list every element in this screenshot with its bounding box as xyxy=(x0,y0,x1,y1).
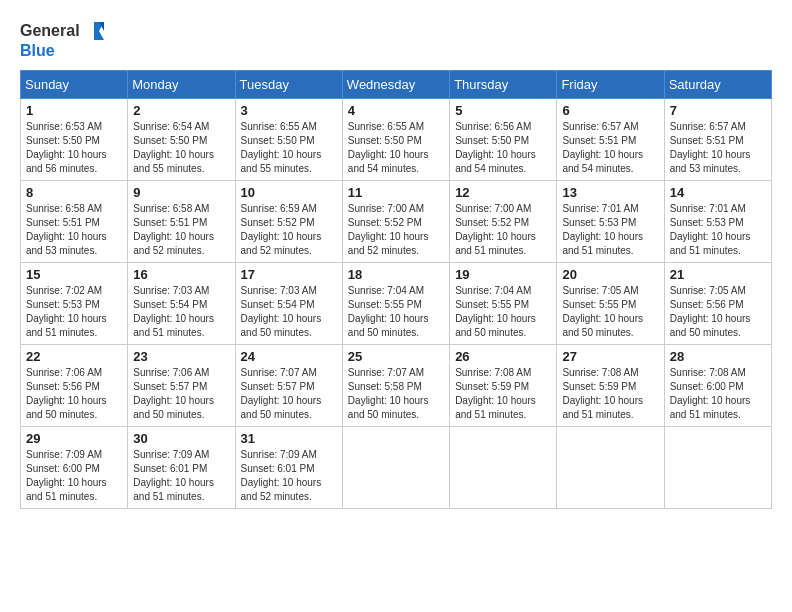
calendar-day-cell: 24Sunrise: 7:07 AMSunset: 5:57 PMDayligh… xyxy=(235,344,342,426)
day-info: Sunrise: 6:56 AMSunset: 5:50 PMDaylight:… xyxy=(455,120,551,176)
calendar-day-cell: 9Sunrise: 6:58 AMSunset: 5:51 PMDaylight… xyxy=(128,180,235,262)
day-info: Sunrise: 7:09 AMSunset: 6:01 PMDaylight:… xyxy=(133,448,229,504)
calendar-day-cell: 29Sunrise: 7:09 AMSunset: 6:00 PMDayligh… xyxy=(21,426,128,508)
day-number: 19 xyxy=(455,267,551,282)
calendar-day-cell: 5Sunrise: 6:56 AMSunset: 5:50 PMDaylight… xyxy=(450,98,557,180)
day-number: 2 xyxy=(133,103,229,118)
day-number: 10 xyxy=(241,185,337,200)
calendar-day-cell xyxy=(342,426,449,508)
calendar-day-cell xyxy=(450,426,557,508)
day-info: Sunrise: 7:03 AMSunset: 5:54 PMDaylight:… xyxy=(133,284,229,340)
calendar-day-cell: 25Sunrise: 7:07 AMSunset: 5:58 PMDayligh… xyxy=(342,344,449,426)
calendar-day-cell: 7Sunrise: 6:57 AMSunset: 5:51 PMDaylight… xyxy=(664,98,771,180)
day-number: 31 xyxy=(241,431,337,446)
day-info: Sunrise: 6:57 AMSunset: 5:51 PMDaylight:… xyxy=(670,120,766,176)
calendar-day-cell: 18Sunrise: 7:04 AMSunset: 5:55 PMDayligh… xyxy=(342,262,449,344)
calendar-day-cell: 31Sunrise: 7:09 AMSunset: 6:01 PMDayligh… xyxy=(235,426,342,508)
calendar-day-cell: 22Sunrise: 7:06 AMSunset: 5:56 PMDayligh… xyxy=(21,344,128,426)
calendar-table: SundayMondayTuesdayWednesdayThursdayFrid… xyxy=(20,70,772,509)
calendar-day-cell: 15Sunrise: 7:02 AMSunset: 5:53 PMDayligh… xyxy=(21,262,128,344)
day-number: 21 xyxy=(670,267,766,282)
calendar-day-cell: 17Sunrise: 7:03 AMSunset: 5:54 PMDayligh… xyxy=(235,262,342,344)
day-info: Sunrise: 7:08 AMSunset: 6:00 PMDaylight:… xyxy=(670,366,766,422)
page-container: General Blue SundayMondayTuesdayWednesda… xyxy=(20,20,772,509)
day-number: 15 xyxy=(26,267,122,282)
calendar-day-cell: 23Sunrise: 7:06 AMSunset: 5:57 PMDayligh… xyxy=(128,344,235,426)
day-number: 4 xyxy=(348,103,444,118)
calendar-day-cell: 4Sunrise: 6:55 AMSunset: 5:50 PMDaylight… xyxy=(342,98,449,180)
day-info: Sunrise: 7:01 AMSunset: 5:53 PMDaylight:… xyxy=(562,202,658,258)
day-info: Sunrise: 7:04 AMSunset: 5:55 PMDaylight:… xyxy=(348,284,444,340)
calendar-day-cell: 13Sunrise: 7:01 AMSunset: 5:53 PMDayligh… xyxy=(557,180,664,262)
calendar-header-tuesday: Tuesday xyxy=(235,70,342,98)
day-number: 3 xyxy=(241,103,337,118)
logo: General Blue xyxy=(20,20,104,60)
day-number: 28 xyxy=(670,349,766,364)
calendar-day-cell: 12Sunrise: 7:00 AMSunset: 5:52 PMDayligh… xyxy=(450,180,557,262)
day-info: Sunrise: 7:09 AMSunset: 6:00 PMDaylight:… xyxy=(26,448,122,504)
day-info: Sunrise: 7:01 AMSunset: 5:53 PMDaylight:… xyxy=(670,202,766,258)
calendar-week-row: 22Sunrise: 7:06 AMSunset: 5:56 PMDayligh… xyxy=(21,344,772,426)
day-info: Sunrise: 7:07 AMSunset: 5:58 PMDaylight:… xyxy=(348,366,444,422)
calendar-week-row: 1Sunrise: 6:53 AMSunset: 5:50 PMDaylight… xyxy=(21,98,772,180)
calendar-day-cell: 16Sunrise: 7:03 AMSunset: 5:54 PMDayligh… xyxy=(128,262,235,344)
calendar-day-cell xyxy=(664,426,771,508)
day-number: 26 xyxy=(455,349,551,364)
day-info: Sunrise: 7:08 AMSunset: 5:59 PMDaylight:… xyxy=(455,366,551,422)
day-number: 25 xyxy=(348,349,444,364)
calendar-day-cell: 20Sunrise: 7:05 AMSunset: 5:55 PMDayligh… xyxy=(557,262,664,344)
day-number: 7 xyxy=(670,103,766,118)
calendar-day-cell: 30Sunrise: 7:09 AMSunset: 6:01 PMDayligh… xyxy=(128,426,235,508)
day-info: Sunrise: 6:58 AMSunset: 5:51 PMDaylight:… xyxy=(133,202,229,258)
day-info: Sunrise: 7:08 AMSunset: 5:59 PMDaylight:… xyxy=(562,366,658,422)
day-info: Sunrise: 7:06 AMSunset: 5:57 PMDaylight:… xyxy=(133,366,229,422)
day-info: Sunrise: 6:54 AMSunset: 5:50 PMDaylight:… xyxy=(133,120,229,176)
day-number: 1 xyxy=(26,103,122,118)
day-info: Sunrise: 7:05 AMSunset: 5:56 PMDaylight:… xyxy=(670,284,766,340)
calendar-week-row: 8Sunrise: 6:58 AMSunset: 5:51 PMDaylight… xyxy=(21,180,772,262)
calendar-header-saturday: Saturday xyxy=(664,70,771,98)
day-number: 22 xyxy=(26,349,122,364)
calendar-day-cell: 3Sunrise: 6:55 AMSunset: 5:50 PMDaylight… xyxy=(235,98,342,180)
day-info: Sunrise: 7:03 AMSunset: 5:54 PMDaylight:… xyxy=(241,284,337,340)
day-number: 8 xyxy=(26,185,122,200)
day-info: Sunrise: 7:00 AMSunset: 5:52 PMDaylight:… xyxy=(455,202,551,258)
day-number: 23 xyxy=(133,349,229,364)
day-info: Sunrise: 7:04 AMSunset: 5:55 PMDaylight:… xyxy=(455,284,551,340)
day-info: Sunrise: 7:09 AMSunset: 6:01 PMDaylight:… xyxy=(241,448,337,504)
calendar-week-row: 29Sunrise: 7:09 AMSunset: 6:00 PMDayligh… xyxy=(21,426,772,508)
calendar-header-friday: Friday xyxy=(557,70,664,98)
calendar-day-cell: 8Sunrise: 6:58 AMSunset: 5:51 PMDaylight… xyxy=(21,180,128,262)
day-info: Sunrise: 7:05 AMSunset: 5:55 PMDaylight:… xyxy=(562,284,658,340)
calendar-day-cell: 10Sunrise: 6:59 AMSunset: 5:52 PMDayligh… xyxy=(235,180,342,262)
logo-blue: Blue xyxy=(20,42,104,60)
calendar-day-cell xyxy=(557,426,664,508)
day-info: Sunrise: 6:53 AMSunset: 5:50 PMDaylight:… xyxy=(26,120,122,176)
day-number: 17 xyxy=(241,267,337,282)
day-number: 6 xyxy=(562,103,658,118)
day-number: 13 xyxy=(562,185,658,200)
day-info: Sunrise: 6:59 AMSunset: 5:52 PMDaylight:… xyxy=(241,202,337,258)
day-number: 20 xyxy=(562,267,658,282)
day-number: 5 xyxy=(455,103,551,118)
logo-general: General xyxy=(20,22,80,40)
day-info: Sunrise: 7:00 AMSunset: 5:52 PMDaylight:… xyxy=(348,202,444,258)
day-number: 12 xyxy=(455,185,551,200)
calendar-day-cell: 28Sunrise: 7:08 AMSunset: 6:00 PMDayligh… xyxy=(664,344,771,426)
day-info: Sunrise: 6:55 AMSunset: 5:50 PMDaylight:… xyxy=(348,120,444,176)
calendar-day-cell: 6Sunrise: 6:57 AMSunset: 5:51 PMDaylight… xyxy=(557,98,664,180)
day-info: Sunrise: 7:06 AMSunset: 5:56 PMDaylight:… xyxy=(26,366,122,422)
day-number: 30 xyxy=(133,431,229,446)
calendar-header-row: SundayMondayTuesdayWednesdayThursdayFrid… xyxy=(21,70,772,98)
day-number: 18 xyxy=(348,267,444,282)
day-info: Sunrise: 6:55 AMSunset: 5:50 PMDaylight:… xyxy=(241,120,337,176)
day-number: 9 xyxy=(133,185,229,200)
calendar-header-wednesday: Wednesday xyxy=(342,70,449,98)
calendar-day-cell: 14Sunrise: 7:01 AMSunset: 5:53 PMDayligh… xyxy=(664,180,771,262)
calendar-header-monday: Monday xyxy=(128,70,235,98)
logo-flag-icon xyxy=(82,20,104,42)
day-number: 16 xyxy=(133,267,229,282)
calendar-day-cell: 19Sunrise: 7:04 AMSunset: 5:55 PMDayligh… xyxy=(450,262,557,344)
day-number: 24 xyxy=(241,349,337,364)
calendar-day-cell: 27Sunrise: 7:08 AMSunset: 5:59 PMDayligh… xyxy=(557,344,664,426)
